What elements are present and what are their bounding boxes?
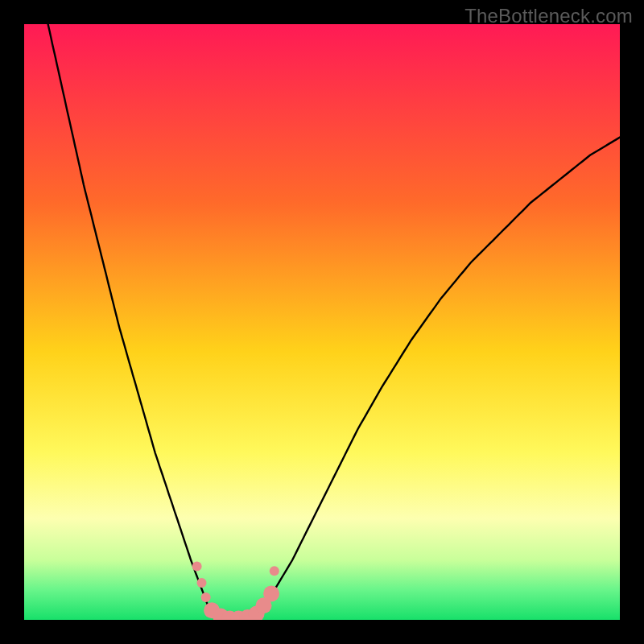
plot-area (24, 24, 620, 620)
data-marker (201, 592, 211, 602)
watermark-text: TheBottleneck.com (464, 5, 633, 27)
gradient-background (24, 24, 620, 620)
data-marker (197, 578, 207, 588)
data-marker (263, 585, 279, 601)
chart-svg (24, 24, 620, 620)
chart-frame: TheBottleneck.com (0, 0, 644, 644)
data-marker (270, 566, 279, 576)
data-marker (192, 561, 202, 571)
